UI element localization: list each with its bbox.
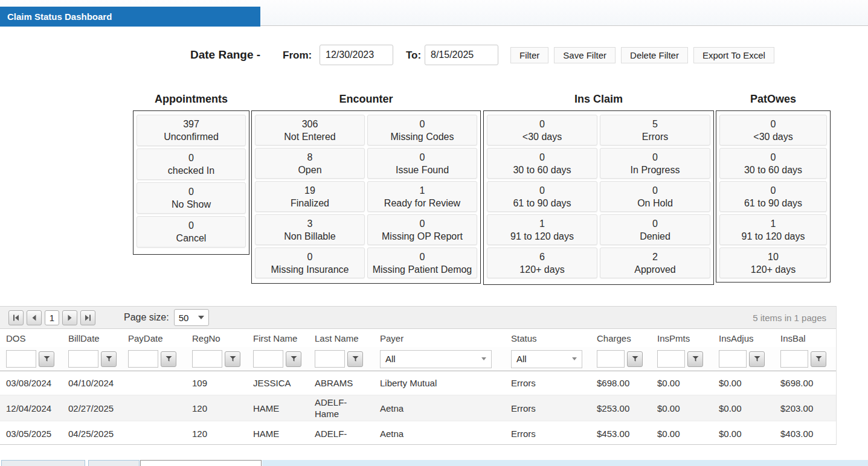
stat-card-open[interactable]: 8 Open [255,148,365,179]
insadjus-filter-input[interactable] [719,350,747,368]
insadjus-filter-button[interactable] [749,351,765,367]
stat-card-errors[interactable]: 5 Errors [600,115,710,145]
funnel-icon [106,356,112,362]
current-page-input[interactable] [45,310,59,325]
col-header-insbal[interactable]: InsBal [774,333,837,343]
stat-count: 0 [771,118,776,130]
dos-filter-input[interactable] [6,350,36,368]
stat-card-30-60-days[interactable]: 0 30 to 60 days [719,148,827,179]
stat-card-on-hold[interactable]: 0 On Hold [600,181,710,212]
stat-card-missing-insurance[interactable]: 0 Missing Insurance [255,247,365,278]
col-header-paydate[interactable]: PayDate [122,333,186,343]
stat-card-61-90-days[interactable]: 0 61 to 90 days [719,181,827,212]
stat-card-non-billable[interactable]: 3 Non Billable [255,214,365,245]
stat-card-lt30-days[interactable]: 0 <30 days [719,115,827,145]
col-header-insadjus[interactable]: InsAdjus [713,333,774,343]
stat-card-approved[interactable]: 2 Approved [600,247,710,278]
col-header-dos[interactable]: DOS [0,333,62,343]
stat-count: 0 [652,151,658,164]
stat-count: 0 [539,118,545,130]
stat-card-finalized[interactable]: 19 Finalized [255,181,365,212]
last-name-filter-input[interactable] [315,350,345,368]
insbal-filter-button[interactable] [811,351,826,367]
stat-card-cancel[interactable]: 0 Cancel [137,216,246,247]
first-name-filter-button[interactable] [286,351,301,367]
regno-filter-button[interactable] [225,351,240,367]
stat-card-no-show[interactable]: 0 No Show [137,182,246,214]
stat-card-not-entered[interactable]: 306 Not Entered [255,115,365,145]
inspmts-filter-button[interactable] [687,351,703,367]
save-filter-button[interactable]: Save Filter [554,47,616,63]
footer-box-1[interactable] [1,460,85,466]
stat-card-ready-for-review[interactable]: 1 Ready for Review [367,181,477,212]
stat-count: 10 [768,251,779,263]
stat-label: No Show [172,198,211,211]
stat-card-issue-found[interactable]: 0 Issue Found [367,148,477,179]
stat-card-in-progress[interactable]: 0 In Progress [600,148,710,179]
stat-card-missing-codes[interactable]: 0 Missing Codes [367,115,477,145]
cell-last-name: ABRAMS [309,376,374,390]
paydate-filter-input[interactable] [128,350,158,368]
first-name-filter-input[interactable] [253,350,283,368]
stat-card-missing-patient-demog[interactable]: 0 Missing Patient Demog [367,247,477,278]
dos-filter-button[interactable] [39,351,54,367]
paydate-filter-button[interactable] [161,351,176,367]
charges-filter-button[interactable] [627,351,643,367]
col-header-regno[interactable]: RegNo [186,333,247,343]
table-row[interactable]: 03/05/2025 04/25/2025 120 HAME ADELF- Ae… [0,421,836,445]
prev-page-button[interactable] [27,310,42,325]
charges-filter-input[interactable] [597,350,625,368]
status-filter-select[interactable]: All [511,350,582,368]
stat-count: 1 [420,184,425,197]
insbal-filter-input[interactable] [780,350,808,368]
stat-card-120plus-days[interactable]: 6 120+ days [487,247,597,278]
cell-first-name: JESSICA [247,376,309,390]
col-header-first-name[interactable]: First Name [247,333,309,343]
export-to-excel-button[interactable]: Export To Excel [693,47,774,63]
col-header-last-name[interactable]: Last Name [309,333,374,343]
filter-button[interactable]: Filter [510,47,548,63]
billdate-filter-button[interactable] [101,351,117,367]
delete-filter-button[interactable]: Delete Filter [621,47,688,63]
payer-filter-select[interactable]: All [380,350,492,368]
header-tab[interactable]: Claim Status Dashboard [0,7,260,27]
to-date-input[interactable] [425,45,498,65]
stat-card-unconfirmed[interactable]: 397 Unconfirmed [137,115,246,146]
col-header-payer[interactable]: Payer [374,333,505,343]
from-date-input[interactable] [320,45,393,65]
page-size-select[interactable]: 50 [174,309,209,326]
stat-label: Non Billable [284,230,335,243]
col-header-inspmts[interactable]: InsPmts [651,333,713,343]
next-page-button[interactable] [62,310,77,325]
last-page-button[interactable] [80,310,95,325]
last-name-filter-button[interactable] [347,351,363,367]
inspmts-filter-input[interactable] [657,350,685,368]
regno-filter-input[interactable] [192,350,222,368]
stat-card-61-90-days[interactable]: 0 61 to 90 days [487,181,597,212]
stat-count: 2 [652,251,658,263]
stat-card-lt30-days[interactable]: 0 <30 days [487,115,597,145]
table-row[interactable]: 03/08/2024 04/10/2024 109 JESSICA ABRAMS… [0,371,836,395]
last-page-icon [85,314,91,321]
footer-box-2[interactable] [88,460,140,466]
col-header-status[interactable]: Status [505,333,591,343]
billdate-filter-input[interactable] [68,350,98,368]
stat-card-missing-op-report[interactable]: 0 Missing OP Report [367,214,477,245]
stat-card-120plus-days[interactable]: 10 120+ days [719,247,827,278]
stat-card-91-120-days[interactable]: 1 91 to 120 days [719,214,827,245]
col-header-charges[interactable]: Charges [591,333,651,343]
stat-count: 0 [652,184,658,197]
footer-box-3[interactable] [140,460,262,466]
stat-label: On Hold [637,197,673,209]
stat-card-checked-in[interactable]: 0 checked In [137,148,246,180]
stat-card-91-120-days[interactable]: 1 91 to 120 days [487,214,597,245]
stat-label: Issue Found [396,164,449,176]
stat-card-30-60-days[interactable]: 0 30 to 60 days [487,148,597,179]
first-page-button[interactable] [8,310,24,325]
items-summary: 5 items in 1 pages [753,313,826,323]
stat-card-denied[interactable]: 0 Denied [600,214,710,245]
cell-insbal: $203.00 [774,401,837,415]
table-row[interactable]: 12/04/2024 02/27/2025 120 HAME ADELF- Ha… [0,395,836,421]
col-header-billdate[interactable]: BillDate [62,333,122,343]
chevron-down-icon [572,357,577,360]
